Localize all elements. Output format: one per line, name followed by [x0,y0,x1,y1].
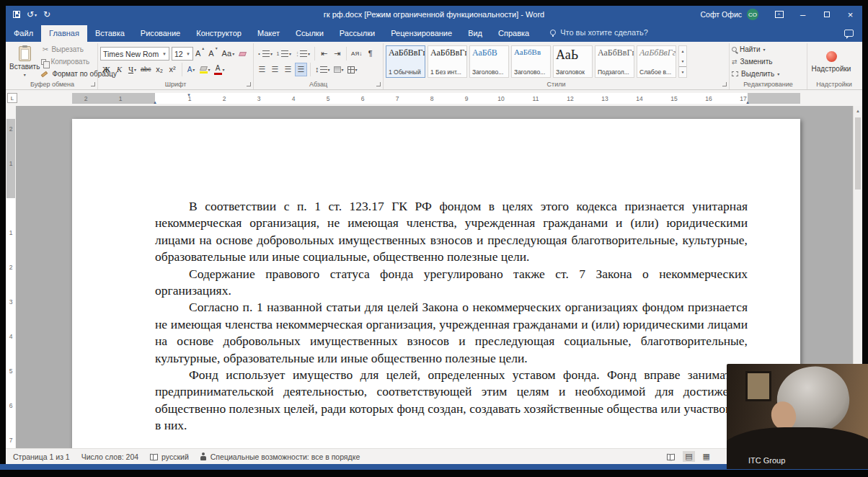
tab-layout[interactable]: Макет [249,25,288,42]
addins-button[interactable]: Надстройки [810,44,853,79]
sort-button[interactable]: АЯ↓ [350,47,363,61]
tab-view[interactable]: Вид [460,25,490,42]
feedback-icon[interactable] [844,30,854,37]
line-spacing-button[interactable]: ↕▾ [314,63,332,76]
account-name[interactable]: Софт Офис [701,10,742,19]
tab-draw[interactable]: Рисование [133,25,188,42]
select-button[interactable]: Выделить▾ [732,68,779,79]
style-card-title[interactable]: АаЬЗаголовок [553,45,593,78]
show-marks-button[interactable]: ¶ [364,47,376,61]
document-page[interactable]: В соответствии с п. 1 ст. 123.17 ГК РФ ф… [72,119,800,448]
style-card-no-spacing[interactable]: АаБбВвГг,1 Без инт... [428,45,467,78]
right-indent-marker[interactable]: ▴ [746,99,749,104]
text-effects-button[interactable]: А▾ [185,63,198,76]
print-layout-button[interactable]: ▤ [683,451,694,462]
chevron-down-icon: ▾ [208,68,211,72]
italic-button[interactable]: К [113,63,125,76]
tab-file[interactable]: Файл [6,25,41,42]
tab-insert[interactable]: Вставка [87,25,133,42]
redo-button[interactable]: ↻ [40,6,54,22]
dialog-launcher-icon[interactable] [247,82,251,86]
change-case-button[interactable]: Аа▾ [221,47,236,61]
style-card-subtitle[interactable]: АаБбВвГгПодзагол... [595,45,634,78]
titlebar: ↺▾ ↻ гк рф.docx [Режим ограниченной функ… [6,6,862,23]
tell-me-box[interactable]: Что вы хотите сделать? [550,28,648,42]
font-color-button[interactable]: А▾ [213,63,226,76]
decrease-indent-button[interactable]: ⇤ [318,47,330,61]
strikethrough-button[interactable]: abc [139,63,153,76]
tab-review[interactable]: Рецензирование [383,25,460,42]
font-family-combo[interactable]: Times New Rom▼ [100,47,169,61]
style-card-heading1[interactable]: АаБбВЗаголово... [469,45,509,78]
ruler-number: 10 [497,95,504,102]
account-avatar[interactable]: СО [747,9,758,20]
webcam-watermark: ITC Group [748,456,785,465]
highlight-button[interactable]: ▾ [198,63,212,76]
ribbon-display-options-button[interactable]: ^ [767,6,791,23]
align-right-button[interactable]: ☰ [282,63,294,76]
style-name: 1 Без инт... [430,68,464,76]
shading-button[interactable]: ▾ [332,63,345,76]
ruler-number: 13 [601,95,608,102]
proofing-status[interactable]: русский [150,453,189,461]
scrollbar-thumb[interactable] [855,117,861,190]
close-button[interactable]: × [838,6,862,23]
shrink-font-button[interactable]: А▼ [207,47,219,61]
undo-button[interactable]: ↺▾ [25,6,39,22]
word-count[interactable]: Число слов: 204 [81,453,138,461]
ribbon-group-styles: АаБбВвГг,1 Обычный АаБбВвГг,1 Без инт...… [384,43,730,89]
tab-design[interactable]: Конструктор [188,25,249,42]
accessibility-status[interactable]: Специальные возможности: все в порядке [200,453,360,461]
increase-indent-button[interactable]: ⇥ [331,47,343,61]
ruler-number: 4 [292,95,296,102]
tab-mailings[interactable]: Рассылки [332,25,383,42]
dialog-launcher-icon[interactable] [91,82,95,86]
paragraph: В соответствии с п. 1 ст. 123.17 ГК РФ ф… [155,198,748,266]
scroll-up-icon[interactable]: ▲ [854,106,862,116]
dialog-launcher-icon[interactable] [722,82,727,86]
gallery-up-icon[interactable]: ▲ [679,46,686,56]
bullets-button[interactable]: •▾ [256,47,274,61]
tab-help[interactable]: Справка [490,25,537,42]
style-card-heading2[interactable]: АаБбВвЗаголово... [511,45,551,78]
maximize-button[interactable] [815,6,838,23]
ruler-number: 3 [6,298,16,306]
font-size-combo[interactable]: 12▼ [172,47,193,61]
grow-font-button[interactable]: А▲ [194,47,206,61]
web-layout-button[interactable]: ▦ [701,451,712,462]
bold-button[interactable]: Ж [100,63,112,76]
align-left-button[interactable]: ☰ [256,63,268,76]
superscript-button[interactable]: х² [167,63,179,76]
tab-home[interactable]: Главная [41,25,87,42]
subscript-button[interactable]: х₂ [154,63,166,76]
ruler-number: 6 [361,95,365,102]
numbering-button[interactable]: 1▾ [275,47,293,61]
dialog-launcher-icon[interactable] [376,82,381,86]
read-mode-button[interactable] [665,453,677,460]
hanging-indent-marker[interactable]: ▴ [154,99,156,104]
paste-button[interactable]: Вставить ▾ [9,44,40,79]
save-button[interactable] [9,6,24,22]
gallery-down-icon[interactable]: ▼ [679,56,686,66]
tab-stop-selector[interactable]: L [7,93,17,103]
page-indicator[interactable]: Страница 1 из 1 [13,453,70,461]
justify-button[interactable]: ☰ [295,63,307,76]
group-label-styles: Стили [386,79,727,89]
style-card-normal[interactable]: АаБбВвГг,1 Обычный [386,45,425,78]
group-label-editing: Редактирование [732,79,805,89]
underline-button[interactable]: Ч▾ [126,63,138,76]
clear-formatting-button[interactable] [236,47,249,61]
borders-button[interactable]: ▾ [346,63,359,76]
find-button[interactable]: Найти▾ [732,44,779,55]
tab-references[interactable]: Ссылки [288,25,332,42]
paste-label: Вставить [9,63,40,71]
align-center-button[interactable]: ☰ [269,63,281,76]
multilevel-list-button[interactable]: ⋮▾ [293,47,311,61]
minimize-button[interactable]: – [791,6,815,23]
gallery-more-icon[interactable]: ▼ [679,66,686,77]
replace-button[interactable]: ⇄Заменить [732,56,779,67]
replace-icon: ⇄ [732,58,738,66]
page-indicator-label: Страница 1 из 1 [13,453,70,461]
style-card-subtle-emphasis[interactable]: АаБбВвГг,Слабое в... [637,45,676,78]
ruler-number: 7 [396,95,399,102]
